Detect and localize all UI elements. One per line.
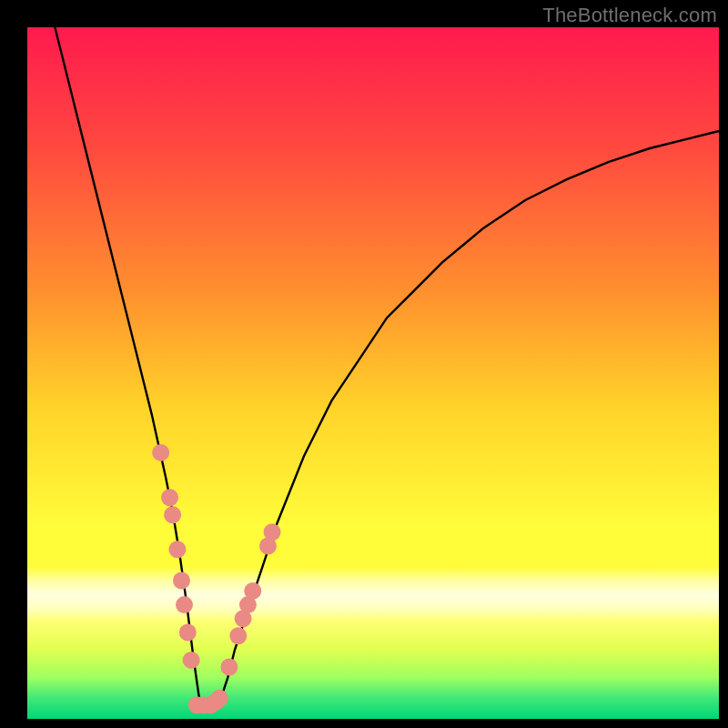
data-point [164, 506, 181, 523]
data-point [264, 523, 281, 541]
data-point [176, 596, 193, 613]
data-point [244, 582, 261, 600]
plot-background [27, 27, 719, 719]
data-point [211, 690, 228, 707]
data-point [152, 444, 169, 461]
data-point [161, 489, 178, 506]
data-point [183, 652, 200, 669]
data-point [168, 541, 186, 558]
bottleneck-chart: TheBottleneck.com [0, 0, 728, 728]
data-point [220, 659, 238, 676]
chart-svg [0, 0, 728, 728]
data-point [179, 624, 197, 642]
watermark-text: TheBottleneck.com [542, 4, 717, 27]
data-point [173, 572, 190, 590]
data-point [229, 627, 247, 644]
